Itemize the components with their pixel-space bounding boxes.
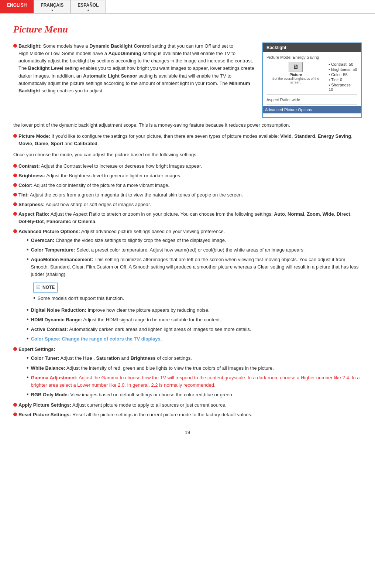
rgbonly-label: RGB Only Mode: [31, 392, 69, 397]
brightness-row: Brightness: Adjust the Brightness level … [13, 172, 362, 180]
expert-subbullets: • Color Tuner: Adjust the Hue , Saturati… [27, 355, 362, 399]
hdmi-text: Adjust the HDMI signal range to be more … [83, 317, 221, 322]
apply-bullet [13, 403, 17, 407]
brightness-bullet [13, 174, 17, 177]
expert-row: Expert Settings: [13, 346, 362, 353]
lang-espanol-label: ESPAÑOL [78, 3, 99, 8]
apply-label: Apply Picture Settings: [18, 402, 71, 408]
picturemode-label: Picture Mode: [18, 133, 50, 139]
hdmi-label: HDMI Dynamic Range: [31, 317, 82, 322]
tint-paragraph: Tint: Adjust the colors from a green to … [18, 191, 243, 199]
backlight-bold4: Automatic Light Sensor [83, 73, 137, 79]
expert-paragraph: Expert Settings: [18, 346, 55, 353]
overscan-item: • Overscan: Change the video size settin… [27, 237, 362, 244]
backlight-bold2: AquoDimming [109, 51, 141, 56]
espanol-arrow-icon: ▲ [87, 8, 90, 12]
advanced-row: Advanced Picture Options: Adjust advance… [13, 228, 362, 235]
whitebalance-dot: • [27, 364, 29, 371]
whitebalance-item: • White Balance: Adjust the intensity of… [27, 365, 362, 372]
tv-panel-settings: Contrast: 50 Brightness: 50 Color: 55 Ti… [328, 62, 357, 92]
contrast-label: Contrast: [18, 163, 40, 169]
colorspace-label: Color Space: [31, 336, 61, 342]
backlight-text1: Some models have a [43, 43, 89, 49]
lang-tab-english[interactable]: ENGLISH [0, 0, 34, 13]
pm-sep3: , [351, 133, 352, 139]
aspectratio-bullet [13, 212, 17, 216]
note-box: ☑ NOTE [33, 283, 58, 292]
advanced-text: Adjust advanced picture settings based o… [81, 229, 225, 234]
digitalnoise-item: • Digital Noise Reduction: Improve how c… [27, 307, 362, 314]
sharpness-text: Adjust how sharp or soft edges of images… [46, 202, 151, 207]
pm-end: . [97, 141, 99, 146]
apply-paragraph: Apply Picture Settings: Adjust current p… [18, 401, 227, 409]
ar-dotbydot: Dot-By-Dot [18, 219, 44, 224]
whitebalance-text: Adjust the intensity of red, green and b… [66, 365, 274, 371]
tv-panel-body: Picture Mode: Energy Saving 🖥 Picture Se… [263, 52, 361, 117]
pm-game: Game [35, 141, 48, 146]
sharpness-paragraph: Sharpness: Adjust how sharp or soft edge… [18, 201, 151, 208]
colortemp-label: Color Temperature: [31, 247, 75, 253]
color-bullet [13, 183, 17, 187]
whitebalance-paragraph: White Balance: Adjust the intensity of r… [31, 365, 274, 372]
page-number: 19 [13, 430, 362, 435]
ar-wide: Wide [323, 211, 334, 217]
backlight-continuation: the lower point of the dynamic backlight… [13, 122, 362, 129]
ar-end: . [95, 219, 97, 224]
tint-label: Tint: [18, 192, 29, 198]
note-section: ☑ NOTE • Some models don't support this … [33, 283, 124, 304]
backlight-bold1: Dynamic Backlight Control [89, 43, 151, 49]
colortemp-item: • Color Temperature: Select a preset col… [27, 246, 362, 254]
ar-sep6: , [44, 219, 47, 224]
ar-sep7: or [71, 219, 78, 224]
lang-english-label: ENGLISH [7, 3, 27, 8]
reset-label: Reset Picture Settings: [18, 412, 71, 417]
pm-sep4: , [32, 141, 35, 146]
gamma-dot: • [27, 374, 29, 381]
tv-panel-picture-row: 🖥 Picture Set the overall brightness of … [266, 62, 357, 92]
lang-tab-francais[interactable]: FRANÇAIS ▲ [34, 0, 70, 13]
backlight-text-area: Backlight: Some models have a Dynamic Ba… [13, 42, 255, 118]
apply-text: Adjust current picture mode to apply to … [72, 402, 227, 408]
francais-arrow-icon: ▲ [51, 8, 54, 12]
colorspace-paragraph: Color Space: Change the range of colors … [31, 335, 162, 343]
backlight-label: Backlight: [18, 43, 42, 49]
pm-standard: Standard [294, 133, 315, 139]
note-text: Some models don't support this function. [38, 295, 124, 302]
ar-panoramic: Panoramic [47, 219, 71, 224]
colorspace-item: • Color Space: Change the range of color… [27, 335, 362, 343]
reset-row: Reset Picture Settings: Reset all the pi… [13, 411, 362, 418]
setting-tint: Tint: 0 [328, 77, 357, 82]
expert-label: Expert Settings: [18, 346, 55, 352]
gamma-text: Adjust the Gamma to choose how the TV wi… [31, 375, 360, 388]
gamma-paragraph: Gamma Adjustment: Adjust the Gamma to ch… [31, 374, 362, 389]
language-bar: ENGLISH FRANÇAIS ▲ ESPAÑOL ▲ [0, 0, 375, 14]
colortuner-label: Color Tuner: [31, 355, 59, 361]
colortemp-paragraph: Color Temperature: Select a preset color… [31, 246, 305, 254]
colortuner-item: • Color Tuner: Adjust the Hue , Saturati… [27, 355, 362, 362]
activecontrast-paragraph: Active Contrast: Automatically darken da… [31, 326, 251, 333]
reset-paragraph: Reset Picture Settings: Reset all the pi… [18, 411, 252, 418]
brightness-label: Brightness: [18, 173, 45, 178]
digitalnoise-dot: • [27, 306, 29, 313]
aspectratio-label: Aspect Ratio: [18, 211, 49, 217]
picturemode-bullet [13, 134, 17, 138]
pm-energysaving: Energy Saving [318, 133, 351, 139]
color-text: Adjust the color intensity of the pictur… [34, 182, 169, 188]
colorspace-dot: • [27, 335, 29, 342]
aquomotion-label: AquoMotion Enhancement: [31, 257, 93, 262]
overscan-paragraph: Overscan: Change the video size settings… [31, 237, 226, 244]
lang-tab-espanol[interactable]: ESPAÑOL ▲ [70, 0, 106, 13]
ar-sep4: , [334, 211, 337, 217]
pm-sport: Sport [51, 141, 63, 146]
advanced-bullet [13, 229, 17, 233]
tv-panel-picture-icon: 🖥 Picture Set the overall brightness of … [266, 62, 325, 92]
tv-panel-divider2 [266, 104, 357, 105]
backlight-bullet [13, 44, 17, 48]
color-row: Color: Adjust the color intensity of the… [13, 182, 362, 189]
activecontrast-dot: • [27, 325, 29, 332]
tv-panel-aspect: Aspect Ratio: wide [266, 96, 357, 103]
tv-icon-box: 🖥 [289, 62, 303, 72]
brightness-text: Adjust the Brightness level to generate … [46, 173, 181, 178]
rgbonly-text: View images based on default settings or… [70, 392, 234, 397]
tint-row: Tint: Adjust the colors from a green to … [13, 191, 362, 199]
